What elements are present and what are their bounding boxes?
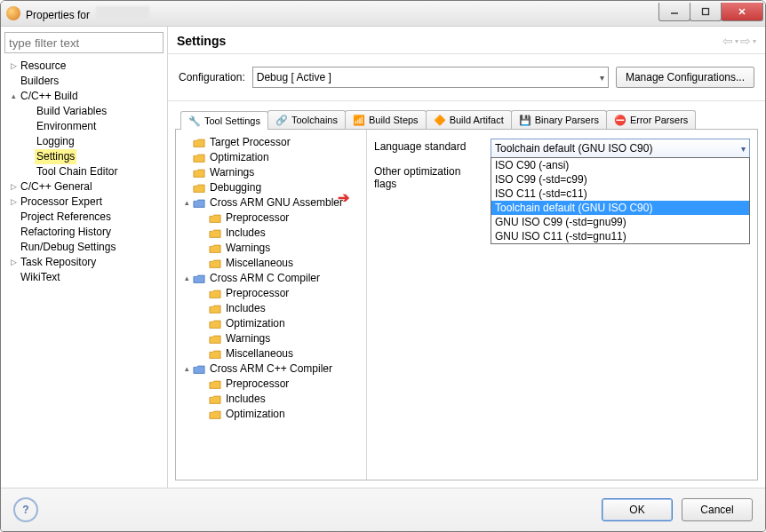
tool-tree-item[interactable]: Target Processor <box>178 135 364 150</box>
twisty-icon[interactable]: ▷ <box>8 255 19 270</box>
tool-tree-item[interactable]: ▴Cross ARM C++ Compiler <box>178 361 364 377</box>
tool-tree-item[interactable]: Includes <box>178 226 364 241</box>
tool-tree-item-label: Preprocessor <box>224 286 291 301</box>
tree-item[interactable]: Refactoring History <box>4 225 164 240</box>
tool-tree-item[interactable]: Optimization <box>178 316 364 331</box>
tree-item-label: Tool Chain Editor <box>35 164 119 179</box>
category-folder-icon <box>192 167 206 179</box>
tab-tool-settings[interactable]: 🔧Tool Settings <box>180 111 268 130</box>
tree-item[interactable]: Run/Debug Settings <box>4 240 164 255</box>
tool-tree-item[interactable]: Includes <box>178 301 364 316</box>
other-flags-label: Other optimization flags <box>374 163 485 190</box>
tool-tree-item-label: Miscellaneous <box>224 346 295 361</box>
tree-item-label: WikiText <box>19 270 62 285</box>
nav-fwd-icon[interactable]: ⇨ <box>740 34 751 48</box>
dropdown-option[interactable]: GNU ISO C11 (-std=gnu11) <box>491 229 749 243</box>
twisty-icon[interactable]: ▷ <box>8 59 19 74</box>
twisty-icon[interactable]: ▷ <box>8 179 19 195</box>
tool-settings-tree[interactable]: Target ProcessorOptimizationWarningsDebu… <box>176 130 367 480</box>
wrench-icon: 🔧 <box>188 115 201 127</box>
tab-build-artifact[interactable]: 🔶Build Artifact <box>426 110 512 129</box>
tool-tree-item[interactable]: Miscellaneous <box>178 256 364 271</box>
tree-item[interactable]: ▷C/C++ General <box>4 179 164 195</box>
tree-item[interactable]: Build Variables <box>4 104 164 119</box>
twisty-icon[interactable]: ▴ <box>181 271 192 286</box>
tree-item-label: Resource <box>19 59 68 74</box>
language-standard-popup[interactable]: ISO C90 (-ansi)ISO C99 (-std=c99)ISO C11… <box>491 157 750 244</box>
language-standard-selected[interactable]: Toolchain default (GNU ISO C90) <box>491 139 750 158</box>
tab-build-steps[interactable]: 📶Build Steps <box>345 110 427 129</box>
tool-tree-item-label: Cross ARM C++ Compiler <box>208 361 334 377</box>
category-folder-icon <box>208 348 222 361</box>
close-button[interactable] <box>721 3 763 21</box>
tool-settings-form: ➔ Language standard Toolchain default (G… <box>367 130 757 480</box>
tool-tree-item-label: Warnings <box>224 331 272 346</box>
tab-label: Toolchains <box>291 115 338 125</box>
tool-tree-item[interactable]: Preprocessor <box>178 286 364 301</box>
language-standard-row: Language standard Toolchain default (GNU… <box>374 139 750 158</box>
tool-tree-item[interactable]: ▴Cross ARM C Compiler <box>178 271 364 286</box>
tab-toolchains[interactable]: 🔗Toolchains <box>267 110 346 129</box>
window-buttons <box>659 3 763 20</box>
tool-tree-item[interactable]: Debugging <box>178 180 364 195</box>
tree-item[interactable]: Settings <box>4 149 164 164</box>
tree-item[interactable]: ▷Task Repository <box>4 255 164 270</box>
language-standard-dropdown[interactable]: Toolchain default (GNU ISO C90) ISO C90 … <box>491 139 750 158</box>
tree-item[interactable]: WikiText <box>4 270 164 285</box>
help-button[interactable]: ? <box>13 497 38 522</box>
tool-tree-item[interactable]: Includes <box>178 392 364 407</box>
nav-back-icon[interactable]: ⇦ <box>722 34 733 48</box>
tree-item[interactable]: Builders <box>4 74 164 89</box>
minimize-button[interactable] <box>658 3 690 21</box>
tree-item[interactable]: Tool Chain Editor <box>4 164 164 179</box>
tool-tree-item[interactable]: Optimization <box>178 150 364 165</box>
tab-error-parsers[interactable]: ⛔Error Parsers <box>606 110 696 129</box>
left-panel: ▷ResourceBuilders▴C/C++ BuildBuild Varia… <box>1 27 168 488</box>
tree-item[interactable]: Environment <box>4 119 164 134</box>
twisty-icon[interactable]: ▴ <box>8 89 19 104</box>
tool-tree-item[interactable]: Miscellaneous <box>178 346 364 361</box>
configuration-row: Configuration: Debug [ Active ] Manage C… <box>168 53 765 101</box>
tree-item[interactable]: Logging <box>4 134 164 149</box>
twisty-icon[interactable]: ▴ <box>181 195 192 210</box>
annotation-arrow-icon: ➔ <box>338 189 349 206</box>
dropdown-option[interactable]: GNU ISO C99 (-std=gnu99) <box>491 215 749 229</box>
dropdown-option[interactable]: ISO C90 (-ansi) <box>491 158 749 172</box>
ok-button[interactable]: OK <box>602 498 673 521</box>
category-tree[interactable]: ▷ResourceBuilders▴C/C++ BuildBuild Varia… <box>4 59 164 482</box>
dropdown-option[interactable]: ISO C11 (-std=c11) <box>491 187 749 201</box>
twisty-icon[interactable]: ▴ <box>181 361 192 377</box>
tree-item[interactable]: ▷Resource <box>4 59 164 74</box>
tool-tree-item[interactable]: Preprocessor <box>178 377 364 392</box>
dialog-footer: ? OK Cancel <box>1 488 765 531</box>
tool-tree-item-label: Preprocessor <box>224 377 291 392</box>
tree-item[interactable]: Project References <box>4 210 164 225</box>
tree-item[interactable]: ▴C/C++ Build <box>4 89 164 104</box>
tool-tree-item[interactable]: Preprocessor <box>178 210 364 226</box>
twisty-icon[interactable]: ▷ <box>8 195 19 210</box>
nav-back-menu-icon[interactable]: ▾ <box>735 37 738 45</box>
tool-tree-item[interactable]: Optimization <box>178 407 364 422</box>
dropdown-option[interactable]: Toolchain default (GNU ISO C90) <box>491 201 749 215</box>
filter-input[interactable] <box>4 32 164 53</box>
maximize-button[interactable] <box>690 3 722 21</box>
nav-fwd-menu-icon[interactable]: ▾ <box>753 37 756 45</box>
tool-folder-icon <box>192 363 206 376</box>
configuration-combo[interactable]: Debug [ Active ] <box>252 67 609 88</box>
dropdown-option[interactable]: ISO C99 (-std=c99) <box>491 172 749 187</box>
error-icon: ⛔ <box>614 114 626 126</box>
tool-tree-item[interactable]: Warnings <box>178 241 364 256</box>
tab-binary-parsers[interactable]: 💾Binary Parsers <box>511 110 607 129</box>
page-title: Settings <box>177 34 722 48</box>
tree-item-label: Processor Expert <box>19 195 104 210</box>
tool-tree-item[interactable]: Warnings <box>178 331 364 346</box>
steps-icon: 📶 <box>353 114 365 126</box>
cancel-button[interactable]: Cancel <box>682 498 753 521</box>
tree-item-label: Build Variables <box>35 104 108 119</box>
tree-item[interactable]: ▷Processor Expert <box>4 195 164 210</box>
category-folder-icon <box>208 227 222 240</box>
tool-tree-item[interactable]: Warnings <box>178 165 364 180</box>
tool-tree-item[interactable]: ▴Cross ARM GNU Assembler <box>178 195 364 210</box>
manage-configurations-button[interactable]: Manage Configurations... <box>616 67 754 88</box>
language-standard-value: Toolchain default (GNU ISO C90) <box>495 142 652 155</box>
